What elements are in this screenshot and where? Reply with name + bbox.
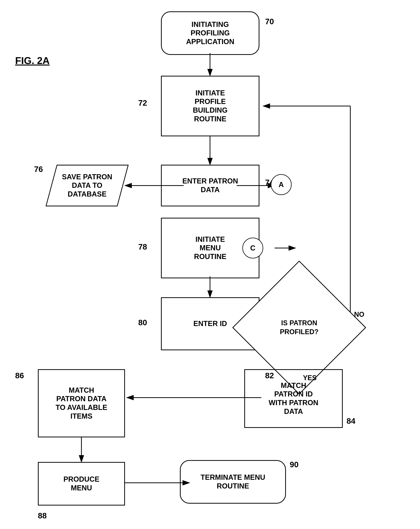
connector-c: C [242,238,263,258]
node-74: ENTER PATRON DATA [161,165,259,206]
node-90: TERMINATE MENU ROUTINE [180,460,286,504]
node-72: INITIATE PROFILE BUILDING ROUTINE [161,76,259,136]
node-88: PRODUCE MENU [38,462,125,505]
label-86: 86 [15,371,24,380]
label-80: 80 [138,318,147,327]
label-72: 72 [138,98,147,107]
node-82: IS PATRON PROFILED? [252,280,347,375]
figure-label: FIG. 2A [15,55,50,66]
label-76: 76 [34,165,43,174]
node-84: MATCH PATRON ID WITH PATRON DATA [244,369,343,428]
flowchart-diagram: FIG. 2A [0,0,420,529]
node-86: MATCH PATRON DATA TO AVAILABLE ITEMS [38,369,125,437]
label-70: 70 [265,17,274,26]
no-label: NO [354,311,364,318]
label-88: 88 [38,511,47,520]
label-90: 90 [290,460,299,469]
node-76: SAVE PATRON DATA TO DATABASE [51,165,123,206]
label-84: 84 [347,417,355,426]
node-70: INITIATING PROFILING APPLICATION [161,11,259,55]
connector-a: A [271,174,292,195]
label-78: 78 [138,242,147,251]
